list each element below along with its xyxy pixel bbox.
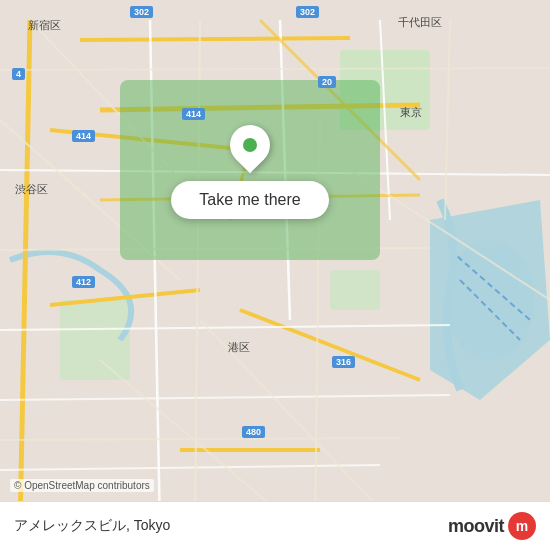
map-copyright: © OpenStreetMap contributors: [10, 479, 154, 492]
road-number-480: 480: [242, 426, 265, 438]
pin-outer: [222, 117, 279, 174]
moovit-m-icon: m: [516, 519, 528, 533]
location-pin-icon: [226, 121, 274, 169]
svg-line-13: [240, 310, 420, 380]
road-number-4: 4: [12, 68, 25, 80]
location-name: アメレックスビル, Tokyo: [14, 517, 170, 535]
road-number-302b: 302: [296, 6, 319, 18]
road-number-302a: 302: [130, 6, 153, 18]
road-number-414a: 414: [72, 130, 95, 142]
svg-line-34: [200, 320, 400, 530]
destination-overlay: Take me there: [120, 80, 380, 260]
bottom-bar: アメレックスビル, Tokyo moovit m: [0, 501, 550, 550]
svg-line-26: [0, 68, 550, 70]
svg-line-25: [445, 20, 450, 220]
svg-line-8: [20, 20, 30, 530]
take-me-there-button[interactable]: Take me there: [171, 181, 328, 219]
road-number-414b: 414: [182, 108, 205, 120]
moovit-brand-icon: m: [508, 512, 536, 540]
svg-rect-1: [60, 300, 130, 380]
moovit-logo: moovit m: [448, 512, 536, 540]
road-number-20: 20: [318, 76, 336, 88]
map-container: 新宿区 千代田区 東京 渋谷区 港区 4 302 302 414 414 20 …: [0, 0, 550, 550]
svg-line-9: [80, 38, 350, 40]
road-number-412: 412: [72, 276, 95, 288]
moovit-brand-text: moovit: [448, 516, 504, 537]
svg-rect-2: [330, 270, 380, 310]
svg-line-28: [0, 438, 400, 440]
road-number-316: 316: [332, 356, 355, 368]
svg-line-21: [0, 465, 380, 470]
pin-inner: [243, 138, 257, 152]
svg-line-20: [0, 395, 450, 400]
